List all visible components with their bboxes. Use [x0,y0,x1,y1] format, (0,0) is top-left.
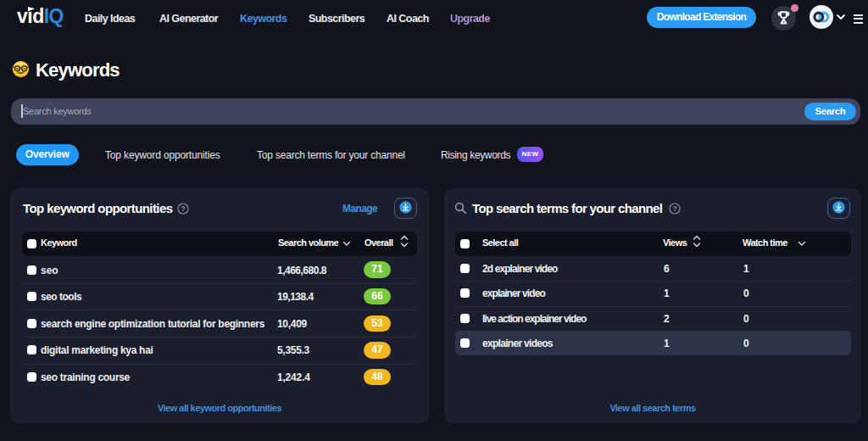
svg-text:?: ? [672,204,676,213]
svg-text:?: ? [181,204,185,213]
